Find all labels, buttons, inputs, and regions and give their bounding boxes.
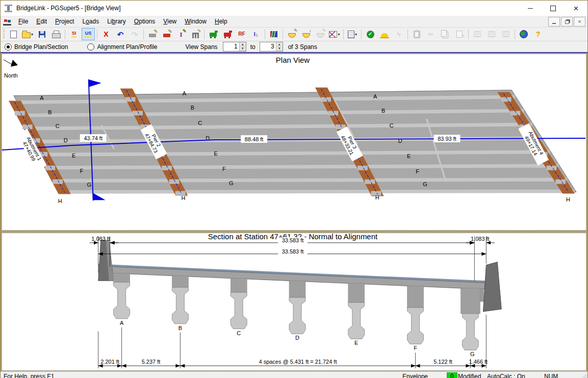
span-from-up-icon[interactable]: ▲	[240, 42, 246, 47]
span-to-spinner[interactable]: 3 ▲▼	[260, 42, 283, 52]
print-button[interactable]	[49, 28, 63, 40]
section-girder-label: F	[414, 345, 417, 351]
plan-girder-label: C	[198, 120, 202, 126]
status-num-lock: NUM	[544, 373, 558, 378]
span-to-up-icon[interactable]: ▲	[276, 42, 283, 47]
section-girder-label: B	[178, 325, 182, 331]
toolbar-grip[interactable]	[3, 29, 5, 39]
close-button[interactable]: ×	[565, 1, 587, 16]
menu-library[interactable]: Library	[103, 16, 130, 27]
edit-girder-button[interactable]: I	[174, 28, 188, 40]
menu-file[interactable]: File	[14, 16, 32, 27]
status-autocalc[interactable]: AutoCalc : On	[487, 373, 525, 378]
section-dim-label: 1.466 ft	[469, 359, 488, 365]
row-options-button[interactable]	[485, 28, 498, 40]
analysis-results-button[interactable]: ▾	[328, 28, 341, 40]
section-haunch	[461, 288, 480, 314]
new-document-button[interactable]	[7, 28, 20, 40]
status-events-badge[interactable]: 0	[447, 372, 457, 378]
help-button[interactable]: ?	[531, 28, 545, 40]
dropdown-caret-icon: ▾	[31, 32, 33, 37]
design-girder-button[interactable]	[378, 28, 391, 40]
row-list-button[interactable]	[499, 28, 513, 40]
minimize-icon	[528, 8, 533, 9]
edit-station-button[interactable]	[299, 28, 313, 40]
span-to-down-icon[interactable]: ▼	[276, 47, 283, 52]
paste-icon	[414, 31, 420, 38]
library-button[interactable]	[267, 28, 280, 40]
resize-grip[interactable]	[580, 373, 587, 378]
maximize-button[interactable]	[542, 1, 565, 16]
span-from-down-icon[interactable]: ▼	[240, 47, 246, 52]
undo-button[interactable]: ↶	[114, 28, 127, 40]
maximize-icon	[550, 6, 556, 11]
us-units-button[interactable]: US	[82, 28, 95, 40]
delete-button[interactable]: X	[99, 28, 113, 40]
span-from-spinner[interactable]: 1 ▲▼	[223, 42, 246, 52]
plan-girder-label: F	[416, 168, 419, 174]
minimize-button[interactable]	[519, 1, 542, 16]
menu-options[interactable]: Options	[130, 16, 159, 27]
span-from-value[interactable]: 1	[223, 42, 239, 51]
row-options-icon	[488, 31, 495, 37]
bridge-plan-section-radio[interactable]	[5, 43, 12, 51]
autocalc-status-button[interactable]: ✓	[364, 28, 377, 40]
application-window: BridgeLink - PGSuper5 - [Bridge View] × …	[0, 0, 588, 378]
live-loads-icon	[210, 33, 217, 37]
properties-button[interactable]	[453, 28, 466, 40]
edit-alignment-button[interactable]	[146, 28, 159, 40]
alignment-plan-profile-label: Alignment Plan/Profile	[97, 43, 157, 51]
edit-pier-button[interactable]	[189, 28, 202, 40]
copy-button[interactable]	[439, 28, 452, 40]
plan-girder-label: G	[229, 181, 234, 187]
plan-view-panel[interactable]: Plan View North ABCDEFGABCDEFGABCDEFGHHH…	[2, 54, 586, 231]
moving-load-button[interactable]	[221, 28, 234, 40]
alignment-plan-profile-radio[interactable]	[87, 43, 94, 51]
menu-view[interactable]: View	[159, 16, 181, 27]
toolbar-separator	[283, 29, 283, 39]
paste-button[interactable]	[410, 28, 423, 40]
cut-button[interactable]: ✂	[424, 28, 438, 40]
dropdown-caret-icon: ▾	[338, 32, 340, 37]
menu-project[interactable]: Project	[51, 16, 78, 27]
section-girder	[231, 292, 247, 329]
redo-button[interactable]: ↷	[128, 28, 141, 40]
save-button[interactable]	[35, 28, 48, 40]
document-icon[interactable]	[3, 17, 11, 26]
edit-bearing-icon	[288, 33, 296, 38]
span-to-value[interactable]: 3	[260, 42, 276, 51]
status-modified-flag: Modified	[458, 373, 481, 378]
insert-row-button[interactable]	[471, 28, 484, 40]
internet-button[interactable]	[517, 28, 530, 40]
open-file-button[interactable]: ▾	[21, 28, 34, 40]
menu-edit[interactable]: Edit	[32, 16, 51, 27]
plan-h-label: H	[181, 195, 185, 201]
si-units-button[interactable]: SI	[67, 28, 81, 40]
plan-h-label: H	[566, 196, 570, 203]
live-loads-button[interactable]	[207, 28, 220, 40]
reports-button[interactable]: ▾	[346, 28, 359, 40]
section-dim-label: 4 spaces @ 5.431 ft = 21.724 ft	[259, 359, 337, 365]
mdi-minimize-button[interactable]	[548, 17, 560, 27]
left-overhang-dim: 1.083 ft	[91, 236, 110, 242]
mdi-close-button[interactable]: ×	[574, 17, 585, 27]
menu-loads[interactable]: Loads	[78, 16, 103, 27]
plan-title: Plan View	[276, 56, 310, 64]
load-rating-button[interactable]: I↓	[249, 28, 263, 40]
toolbar-separator	[515, 29, 515, 39]
edit-section-button[interactable]	[314, 28, 327, 40]
mdi-restore-button[interactable]	[561, 17, 573, 27]
bridge-plan-section-label: Bridge Plan/Section	[14, 43, 68, 51]
edit-alignment-icon	[149, 34, 156, 37]
menu-window[interactable]: Window	[181, 16, 211, 27]
reports-icon	[348, 31, 354, 38]
rating-factor-button[interactable]: RF	[235, 28, 248, 40]
abort-button[interactable]: ϟ	[392, 28, 405, 40]
section-view-panel[interactable]: Section at Station 47+61.32 - Normal to …	[2, 233, 586, 371]
edit-bearing-button[interactable]	[285, 28, 298, 40]
menu-help[interactable]: Help	[211, 16, 232, 27]
status-analysis-mode[interactable]: Envelope	[402, 373, 428, 378]
section-haunch	[289, 281, 305, 297]
edit-deck-button[interactable]	[160, 28, 173, 40]
section-girder	[407, 308, 424, 344]
